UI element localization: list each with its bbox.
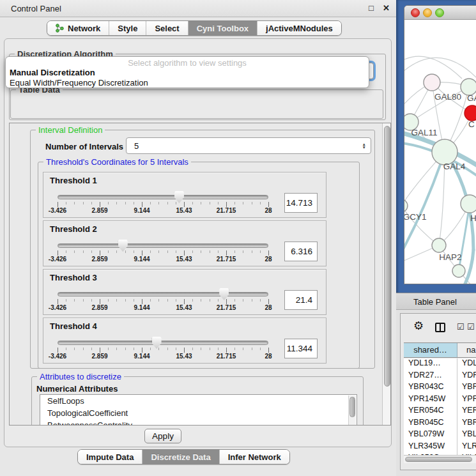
slider-scale-label: 2.859	[82, 207, 118, 214]
slider-scale-label: 15.43	[166, 256, 202, 263]
tab-label: Cyni Toolbox	[197, 24, 249, 33]
slider-scale-label: 9.144	[124, 256, 160, 263]
slider-scale-label: -3.426	[40, 207, 75, 214]
slider-tick	[201, 348, 201, 350]
number-of-intervals-combobox[interactable]: 5 ▲▼	[126, 137, 371, 154]
list-item-betweennesscentrality[interactable]: BetweennessCentrality	[40, 419, 357, 426]
slider-tick	[74, 299, 75, 302]
list-item-selfloops[interactable]: SelfLoops	[40, 395, 357, 407]
tab-style[interactable]: Style	[109, 21, 146, 35]
tab-network[interactable]: Network	[47, 21, 109, 35]
slider-thumb[interactable]	[118, 240, 128, 252]
table-row[interactable]: YLR345WYLR34	[404, 441, 476, 454]
algorithm-option-equal-width-frequency-discretization[interactable]: Equal Width/Frequency Discretization	[10, 78, 148, 88]
vertical-scrollbar[interactable]	[382, 123, 391, 425]
table-row[interactable]: YBR045CYBR04	[404, 418, 476, 430]
apply-button[interactable]: Apply	[144, 429, 181, 443]
threshold-value-field[interactable]: 6.316	[284, 242, 318, 261]
threshold-value-field[interactable]: 14.713	[284, 193, 318, 213]
threshold-value-field[interactable]: 11.344	[284, 339, 318, 358]
bottom-tab-bar: Impute DataDiscretize DataInfer Network	[77, 449, 290, 464]
threshold-label: Threshold 4	[50, 321, 97, 331]
slider-thumb[interactable]	[219, 288, 229, 300]
list-scrollbar-thumb[interactable]	[349, 397, 355, 417]
threshold-panel-4: Threshold 4-3.4262.8599.14415.4321.71528…	[43, 318, 326, 364]
network-node-green[interactable]	[461, 195, 476, 213]
network-node-pink[interactable]	[424, 74, 440, 91]
cell-shared-name: YBR045C	[404, 418, 457, 430]
vertical-scrollbar-thumb[interactable]	[384, 126, 390, 387]
slider-tick	[116, 250, 117, 253]
slider-tick	[234, 250, 235, 253]
slider-tick	[252, 202, 252, 204]
checkbox-icon[interactable]: ☑	[457, 322, 464, 332]
horizontal-scrollbar[interactable]	[404, 455, 476, 463]
slider-track[interactable]	[58, 243, 268, 248]
slider-scale-label: 28	[250, 256, 286, 263]
network-node-red[interactable]	[464, 105, 476, 121]
threshold-value-field[interactable]: 21.4	[284, 290, 318, 310]
number-of-intervals-label: Number of Intervals	[45, 142, 123, 151]
table-row[interactable]: YER054CYER05	[404, 406, 476, 418]
slider-tick	[142, 348, 142, 353]
control-panel-titlebar: Control Panel □ ✕	[0, 0, 396, 17]
slider-track[interactable]	[58, 195, 268, 199]
zoom-traffic-light[interactable]	[435, 8, 444, 17]
close-icon[interactable]: ✕	[383, 3, 390, 13]
slider-tick	[150, 202, 151, 204]
bottom-tab-discretize-data[interactable]: Discretize Data	[142, 450, 219, 464]
float-window-icon[interactable]: □	[369, 3, 374, 13]
slider-track[interactable]	[58, 341, 268, 345]
slider-tick	[201, 250, 201, 253]
list-item-topologicalcoefficient[interactable]: TopologicalCoefficient	[40, 407, 357, 419]
table-row[interactable]: YBL079WYBL07	[404, 429, 476, 441]
slider-thumb[interactable]	[152, 337, 162, 349]
slider-tick	[184, 202, 185, 207]
bottom-tab-infer-network[interactable]: Infer Network	[219, 450, 289, 464]
table-row[interactable]: YDR27…YDR27	[404, 371, 476, 383]
horizontal-scrollbar-thumb[interactable]	[405, 457, 472, 462]
slider-tick	[210, 299, 210, 302]
network-node-green[interactable]	[452, 265, 465, 277]
gear-icon[interactable]: ⚙	[413, 319, 424, 333]
slider-tick	[134, 299, 134, 302]
column-header-shared-name[interactable]: shared…	[404, 343, 457, 357]
slider-tick	[218, 250, 219, 253]
tab-label: Style	[118, 24, 137, 33]
slider-tick	[167, 250, 168, 253]
network-window-titlebar	[404, 6, 476, 20]
table-row[interactable]: YPR145WYPR14	[404, 394, 476, 406]
slider-tick	[260, 299, 261, 302]
slider-tick	[210, 348, 210, 350]
minimize-traffic-light[interactable]	[423, 8, 432, 17]
bottom-tab-impute-data[interactable]: Impute Data	[78, 450, 142, 464]
algorithm-option-manual-discretization[interactable]: Manual Discretization	[10, 68, 95, 77]
slider-tick	[142, 299, 142, 304]
bottom-tab-label: Discretize Data	[151, 452, 210, 462]
slider-tick	[142, 250, 142, 256]
node-label-gal80: GAL80	[434, 92, 461, 102]
tab-jactivemnodules[interactable]: jActiveMNodules	[257, 21, 341, 35]
table-row[interactable]: YDL19…YDL19	[404, 358, 476, 371]
tab-select[interactable]: Select	[146, 21, 187, 35]
network-node-green[interactable]	[432, 238, 446, 252]
slider-tick	[150, 299, 151, 302]
slider-tick	[243, 348, 243, 350]
network-canvas[interactable]: GAL80GACGAL11GAL4GCY1HHAP2	[404, 20, 476, 284]
slider-tick	[142, 202, 142, 207]
attributes-group-title: Attributes to discretize	[37, 372, 124, 381]
close-traffic-light[interactable]	[411, 8, 420, 17]
slider-track[interactable]	[58, 292, 268, 296]
slider-tick	[108, 299, 109, 302]
table-row[interactable]: YBR043CYBR04	[404, 382, 476, 394]
network-node-green[interactable]	[432, 139, 457, 165]
split-columns-icon[interactable]	[435, 323, 445, 332]
checkbox-icon[interactable]: ☑	[467, 322, 475, 332]
network-node-green[interactable]	[404, 199, 408, 212]
slider-tick	[243, 250, 243, 253]
list-scrollbar[interactable]	[348, 395, 356, 426]
top-tab-bar: NetworkStyleSelectCyni ToolboxjActiveMNo…	[47, 20, 342, 36]
tab-cyni-toolbox[interactable]: Cyni Toolbox	[188, 21, 257, 35]
column-header-name[interactable]: na	[457, 343, 476, 357]
slider-tick	[74, 348, 75, 350]
